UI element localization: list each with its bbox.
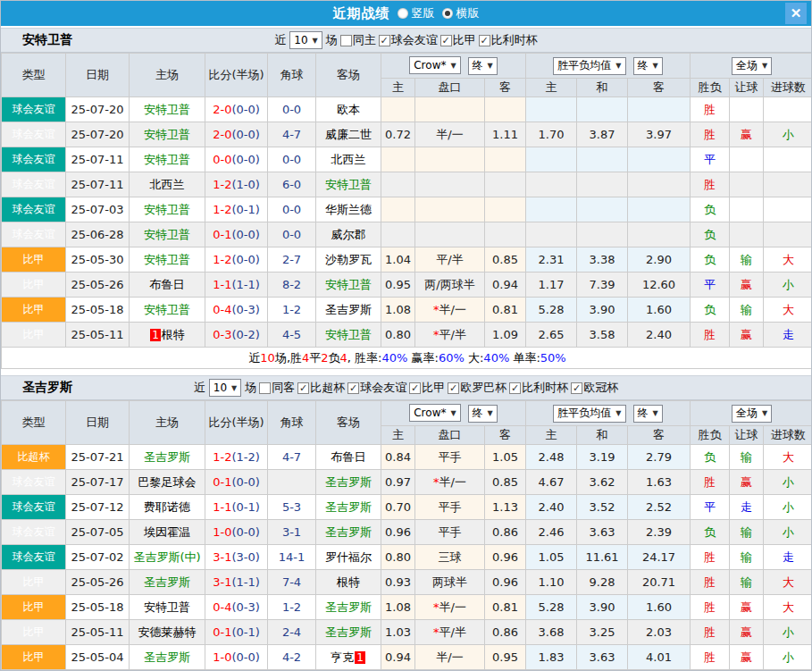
checkbox-icon[interactable]: ✓ xyxy=(509,382,521,394)
filter-checkbox-5[interactable]: ✓比利时杯 xyxy=(509,380,568,396)
odds-company-select[interactable]: Crow*▼ xyxy=(409,404,460,422)
home-team-cell: 费耶诺德 xyxy=(130,495,205,520)
radio-icon[interactable] xyxy=(398,8,408,19)
away-team-cell: 安特卫普 xyxy=(316,273,381,298)
team-name-cell: 布鲁日 xyxy=(331,450,366,464)
scope-select-value: 全场 xyxy=(736,58,758,73)
handicap-line-cell: 三球 xyxy=(415,545,485,570)
fulltime-score: 1-2 xyxy=(213,450,231,464)
checkbox-icon[interactable]: ✓ xyxy=(347,382,359,394)
column-header-main: 比分(半场) xyxy=(205,54,268,97)
odds-company-select[interactable]: Crow*▼ xyxy=(409,56,460,74)
avg-odds-select[interactable]: 胜平负均值▼ xyxy=(553,57,625,75)
team-name-cell: 巴黎足球会 xyxy=(138,475,197,489)
team-name-cell: 安特卫普 xyxy=(144,153,190,166)
handicap-home-odds-cell xyxy=(381,197,415,222)
handicap-home-odds-cell: 1.08 xyxy=(381,595,415,620)
draw-odds-cell xyxy=(577,97,628,122)
score-cell: 0-1(0-0) xyxy=(205,222,268,247)
checkbox-icon[interactable]: ✓ xyxy=(448,382,459,394)
goals-result-cell: 小 xyxy=(764,470,812,495)
games-count-select[interactable]: 10▼ xyxy=(289,31,322,49)
checkbox-icon[interactable] xyxy=(340,35,352,46)
avg-odds-select[interactable]: 胜平负均值▼ xyxy=(553,405,625,423)
filter-checkbox-2[interactable]: ✓球会友谊 xyxy=(347,380,406,396)
filter-checkbox-0[interactable]: 同主 xyxy=(340,32,376,48)
score-cell: 3-1(3-0) xyxy=(205,545,268,570)
scope-select[interactable]: 全场▼ xyxy=(732,57,772,75)
halftime-score: (1-1) xyxy=(231,575,259,589)
checkbox-icon[interactable]: ✓ xyxy=(479,35,490,46)
odds-state-select[interactable]: 终▼ xyxy=(468,405,498,423)
section-team-title: 圣吉罗斯 xyxy=(22,380,72,396)
corners-cell: 0-0 xyxy=(268,97,316,122)
games-count-select[interactable]: 10▼ xyxy=(209,379,241,397)
team-name-cell: 安特卫普 xyxy=(144,103,190,116)
lose-odds-cell xyxy=(628,222,691,247)
draw-odds-cell: 3.19 xyxy=(577,445,628,470)
checkbox-icon[interactable]: ✓ xyxy=(440,35,452,46)
competition-type-cell: 比甲 xyxy=(2,595,66,620)
odds-state-select[interactable]: 终▼ xyxy=(468,57,498,75)
filter-checkbox-1[interactable]: ✓球会友谊 xyxy=(379,32,438,48)
corners-cell: 6-0 xyxy=(268,172,316,197)
draw-odds-cell: 3.90 xyxy=(577,298,628,323)
lose-odds-cell: 2.52 xyxy=(628,495,691,520)
column-header-sub: 胜负 xyxy=(691,79,730,97)
score-cell: 1-0(0-0) xyxy=(205,520,268,545)
summary-part: 平 xyxy=(309,351,321,365)
win-odds-cell: 2.40 xyxy=(526,495,577,520)
handicap-line: 半/一 xyxy=(439,303,466,316)
result-cell: 负 xyxy=(691,445,730,470)
layout-radio-vertical[interactable]: 竖版 xyxy=(398,5,435,21)
column-header-main: 比分(半场) xyxy=(205,401,268,445)
checkbox-icon[interactable]: ✓ xyxy=(297,382,309,394)
filter-checkbox-3[interactable]: ✓比甲 xyxy=(409,380,445,396)
filter-checkbox-4[interactable]: ✓欧罗巴杯 xyxy=(448,380,506,396)
checkbox-label: 同主 xyxy=(353,32,376,48)
team-name-cell: 圣吉罗斯 xyxy=(325,475,372,489)
scope-group-header: 全场▼ xyxy=(691,401,812,426)
avg-state-select-value: 终 xyxy=(638,58,649,73)
layout-radio-horizontal[interactable]: 横版 xyxy=(442,5,480,21)
filter-checkbox-6[interactable]: ✓欧冠杯 xyxy=(571,380,618,396)
away-team-cell: 安特卫普 xyxy=(316,323,381,348)
check-mark-icon: ✓ xyxy=(299,383,307,393)
handicap-home-odds-cell: 0.80 xyxy=(381,545,415,570)
checkbox-icon[interactable]: ✓ xyxy=(379,35,390,46)
filter-checkbox-0[interactable]: 同客 xyxy=(259,380,295,396)
close-button[interactable]: ✕ xyxy=(785,3,807,24)
lose-odds-cell xyxy=(628,172,691,197)
fulltime-score: 1-2 xyxy=(213,253,231,266)
handicap-line-cell: *平/半 xyxy=(415,323,485,348)
checkbox-icon[interactable]: ✓ xyxy=(409,382,421,394)
filter-checkbox-3[interactable]: ✓比利时杯 xyxy=(479,32,538,48)
handicap-result-cell: 走 xyxy=(730,495,764,520)
filter-checkbox-2[interactable]: ✓比甲 xyxy=(440,32,476,48)
date-cell: 25-07-11 xyxy=(66,147,130,172)
match-row: 比甲25-05-18安特卫普0-4(0-3)1-2圣吉罗斯1.08*半/一0.8… xyxy=(2,595,812,620)
team-section: 安特卫普近10▼场同主✓球会友谊✓比甲✓比利时杯类型日期主场比分(半场)角球客场… xyxy=(1,28,811,369)
draw-odds-cell xyxy=(577,172,628,197)
handicap-line-cell xyxy=(415,222,485,247)
avg-state-select[interactable]: 终▼ xyxy=(633,405,663,423)
odds-company-select-value: Crow* xyxy=(414,407,446,419)
away-team-cell: 圣吉罗斯 xyxy=(316,470,381,495)
win-odds-cell xyxy=(526,197,577,222)
handicap-line: 半/一 xyxy=(439,600,466,614)
radio-selected-icon[interactable] xyxy=(442,8,453,19)
handicap-line: 平/半 xyxy=(436,253,463,266)
checkbox-icon[interactable] xyxy=(259,382,271,394)
dropdown-arrow-icon: ▼ xyxy=(762,62,767,70)
away-team-cell: 根特 xyxy=(316,570,381,595)
fulltime-score: 1-1 xyxy=(213,278,231,291)
handicap-result-cell: 输 xyxy=(730,520,764,545)
column-header-sub: 胜负 xyxy=(691,426,730,445)
checkbox-icon[interactable]: ✓ xyxy=(571,382,582,394)
date-cell: 25-05-11 xyxy=(66,620,130,645)
scope-select[interactable]: 全场▼ xyxy=(732,405,772,423)
win-odds-cell xyxy=(526,172,577,197)
handicap-away-odds-cell: 0.94 xyxy=(485,273,526,298)
filter-checkbox-1[interactable]: ✓比超杯 xyxy=(297,380,345,396)
avg-state-select[interactable]: 终▼ xyxy=(633,57,663,75)
